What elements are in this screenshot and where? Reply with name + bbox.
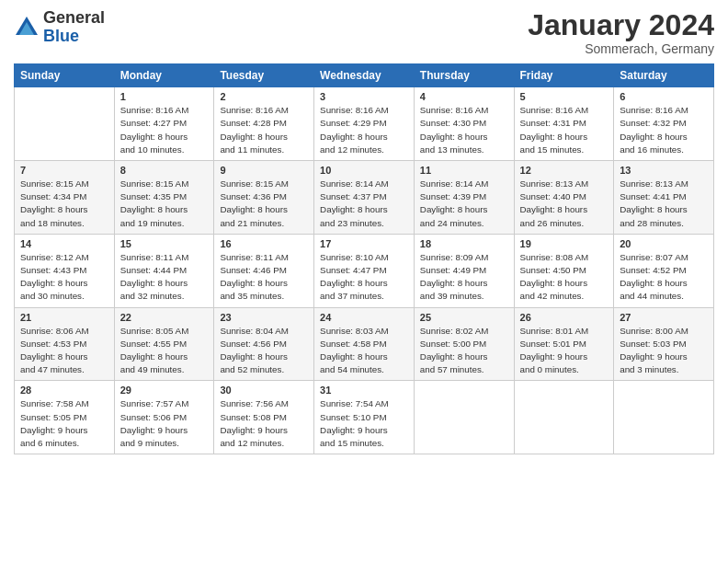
calendar-cell-1-1: 8Sunrise: 8:15 AM Sunset: 4:35 PM Daylig… [114, 161, 214, 235]
week-row-4: 21Sunrise: 8:06 AM Sunset: 4:53 PM Dayli… [15, 307, 714, 381]
day-info: Sunrise: 8:15 AM Sunset: 4:34 PM Dayligh… [20, 178, 108, 230]
day-info: Sunrise: 8:05 AM Sunset: 4:55 PM Dayligh… [120, 325, 209, 377]
month-title: January 2024 [528, 9, 714, 41]
header-wednesday: Wednesday [314, 64, 415, 87]
calendar-cell-4-6 [614, 381, 714, 454]
day-number: 19 [520, 238, 609, 249]
day-number: 21 [20, 312, 108, 323]
day-number: 2 [220, 91, 308, 102]
day-info: Sunrise: 7:58 AM Sunset: 5:05 PM Dayligh… [20, 397, 108, 450]
calendar-cell-0-3: 3Sunrise: 8:16 AM Sunset: 4:29 PM Daylig… [314, 87, 415, 161]
calendar-cell-1-2: 9Sunrise: 8:15 AM Sunset: 4:36 PM Daylig… [214, 161, 314, 235]
day-info: Sunrise: 8:16 AM Sunset: 4:30 PM Dayligh… [420, 104, 508, 156]
calendar-cell-2-1: 15Sunrise: 8:11 AM Sunset: 4:44 PM Dayli… [114, 234, 214, 307]
day-info: Sunrise: 8:10 AM Sunset: 4:47 PM Dayligh… [320, 251, 408, 304]
day-number: 29 [120, 385, 209, 396]
day-number: 4 [420, 91, 508, 102]
day-number: 6 [620, 91, 708, 102]
calendar-cell-2-4: 18Sunrise: 8:09 AM Sunset: 4:49 PM Dayli… [414, 234, 514, 307]
day-number: 13 [620, 165, 708, 176]
calendar-table: Sunday Monday Tuesday Wednesday Thursday… [14, 63, 714, 454]
day-number: 9 [220, 165, 308, 176]
day-info: Sunrise: 8:16 AM Sunset: 4:32 PM Dayligh… [620, 104, 708, 156]
header-friday: Friday [514, 64, 614, 87]
day-number: 30 [220, 385, 308, 396]
day-number: 26 [520, 312, 609, 323]
calendar-cell-1-5: 12Sunrise: 8:13 AM Sunset: 4:40 PM Dayli… [514, 161, 614, 235]
calendar-cell-1-4: 11Sunrise: 8:14 AM Sunset: 4:39 PM Dayli… [414, 161, 514, 235]
title-block: January 2024 Sommerach, Germany [528, 9, 714, 56]
day-info: Sunrise: 8:13 AM Sunset: 4:41 PM Dayligh… [620, 178, 708, 230]
week-row-2: 7Sunrise: 8:15 AM Sunset: 4:34 PM Daylig… [15, 161, 714, 235]
day-info: Sunrise: 8:16 AM Sunset: 4:29 PM Dayligh… [320, 104, 408, 156]
day-number: 8 [120, 165, 209, 176]
calendar-cell-3-0: 21Sunrise: 8:06 AM Sunset: 4:53 PM Dayli… [15, 307, 115, 381]
calendar-cell-0-1: 1Sunrise: 8:16 AM Sunset: 4:27 PM Daylig… [114, 87, 214, 161]
header-sunday: Sunday [15, 64, 115, 87]
day-number: 28 [20, 385, 108, 396]
day-number: 3 [320, 91, 408, 102]
location-text: Sommerach, Germany [528, 41, 714, 56]
day-number: 20 [620, 238, 708, 249]
day-info: Sunrise: 8:07 AM Sunset: 4:52 PM Dayligh… [620, 251, 708, 304]
header-thursday: Thursday [414, 64, 514, 87]
day-info: Sunrise: 7:56 AM Sunset: 5:08 PM Dayligh… [220, 397, 308, 450]
day-number: 17 [320, 238, 408, 249]
calendar-cell-2-6: 20Sunrise: 8:07 AM Sunset: 4:52 PM Dayli… [614, 234, 714, 307]
calendar-header-row: Sunday Monday Tuesday Wednesday Thursday… [15, 64, 714, 87]
day-number: 25 [420, 312, 508, 323]
calendar-cell-0-0 [15, 87, 115, 161]
logo-blue-text: Blue [43, 28, 105, 46]
logo-general-text: General [43, 9, 105, 28]
day-info: Sunrise: 8:15 AM Sunset: 4:36 PM Dayligh… [220, 178, 308, 230]
day-info: Sunrise: 8:16 AM Sunset: 4:28 PM Dayligh… [220, 104, 308, 156]
day-info: Sunrise: 8:01 AM Sunset: 5:01 PM Dayligh… [520, 325, 609, 377]
day-number: 5 [520, 91, 609, 102]
calendar-cell-4-2: 30Sunrise: 7:56 AM Sunset: 5:08 PM Dayli… [214, 381, 314, 454]
day-info: Sunrise: 8:06 AM Sunset: 4:53 PM Dayligh… [20, 325, 108, 377]
week-row-1: 1Sunrise: 8:16 AM Sunset: 4:27 PM Daylig… [15, 87, 714, 161]
calendar-cell-3-3: 24Sunrise: 8:03 AM Sunset: 4:58 PM Dayli… [314, 307, 415, 381]
day-number: 11 [420, 165, 508, 176]
day-info: Sunrise: 8:04 AM Sunset: 4:56 PM Dayligh… [220, 325, 308, 377]
page-header: General Blue January 2024 Sommerach, Ger… [14, 9, 714, 56]
day-number: 18 [420, 238, 508, 249]
calendar-cell-3-5: 26Sunrise: 8:01 AM Sunset: 5:01 PM Dayli… [514, 307, 614, 381]
week-row-3: 14Sunrise: 8:12 AM Sunset: 4:43 PM Dayli… [15, 234, 714, 307]
day-number: 16 [220, 238, 308, 249]
day-number: 31 [320, 385, 408, 396]
day-info: Sunrise: 8:02 AM Sunset: 5:00 PM Dayligh… [420, 325, 508, 377]
calendar-cell-4-0: 28Sunrise: 7:58 AM Sunset: 5:05 PM Dayli… [15, 381, 115, 454]
calendar-cell-2-3: 17Sunrise: 8:10 AM Sunset: 4:47 PM Dayli… [314, 234, 415, 307]
day-info: Sunrise: 8:14 AM Sunset: 4:39 PM Dayligh… [420, 178, 508, 230]
day-info: Sunrise: 8:15 AM Sunset: 4:35 PM Dayligh… [120, 178, 209, 230]
header-monday: Monday [114, 64, 214, 87]
day-info: Sunrise: 8:13 AM Sunset: 4:40 PM Dayligh… [520, 178, 609, 230]
day-info: Sunrise: 8:00 AM Sunset: 5:03 PM Dayligh… [620, 325, 708, 377]
calendar-cell-2-2: 16Sunrise: 8:11 AM Sunset: 4:46 PM Dayli… [214, 234, 314, 307]
day-info: Sunrise: 8:08 AM Sunset: 4:50 PM Dayligh… [520, 251, 609, 304]
calendar-cell-0-6: 6Sunrise: 8:16 AM Sunset: 4:32 PM Daylig… [614, 87, 714, 161]
calendar-cell-4-3: 31Sunrise: 7:54 AM Sunset: 5:10 PM Dayli… [314, 381, 415, 454]
calendar-cell-0-4: 4Sunrise: 8:16 AM Sunset: 4:30 PM Daylig… [414, 87, 514, 161]
calendar-cell-3-4: 25Sunrise: 8:02 AM Sunset: 5:00 PM Dayli… [414, 307, 514, 381]
day-info: Sunrise: 8:12 AM Sunset: 4:43 PM Dayligh… [20, 251, 108, 304]
calendar-cell-2-5: 19Sunrise: 8:08 AM Sunset: 4:50 PM Dayli… [514, 234, 614, 307]
day-number: 14 [20, 238, 108, 249]
day-number: 10 [320, 165, 408, 176]
day-number: 27 [620, 312, 708, 323]
calendar-cell-4-1: 29Sunrise: 7:57 AM Sunset: 5:06 PM Dayli… [114, 381, 214, 454]
header-saturday: Saturday [614, 64, 714, 87]
day-number: 22 [120, 312, 209, 323]
day-info: Sunrise: 8:11 AM Sunset: 4:44 PM Dayligh… [120, 251, 209, 304]
calendar-cell-4-5 [514, 381, 614, 454]
calendar-cell-1-3: 10Sunrise: 8:14 AM Sunset: 4:37 PM Dayli… [314, 161, 415, 235]
day-number: 24 [320, 312, 408, 323]
calendar-cell-1-0: 7Sunrise: 8:15 AM Sunset: 4:34 PM Daylig… [15, 161, 115, 235]
day-number: 12 [520, 165, 609, 176]
day-info: Sunrise: 8:03 AM Sunset: 4:58 PM Dayligh… [320, 325, 408, 377]
calendar-cell-3-2: 23Sunrise: 8:04 AM Sunset: 4:56 PM Dayli… [214, 307, 314, 381]
day-number: 7 [20, 165, 108, 176]
day-number: 1 [120, 91, 209, 102]
calendar-cell-0-5: 5Sunrise: 8:16 AM Sunset: 4:31 PM Daylig… [514, 87, 614, 161]
